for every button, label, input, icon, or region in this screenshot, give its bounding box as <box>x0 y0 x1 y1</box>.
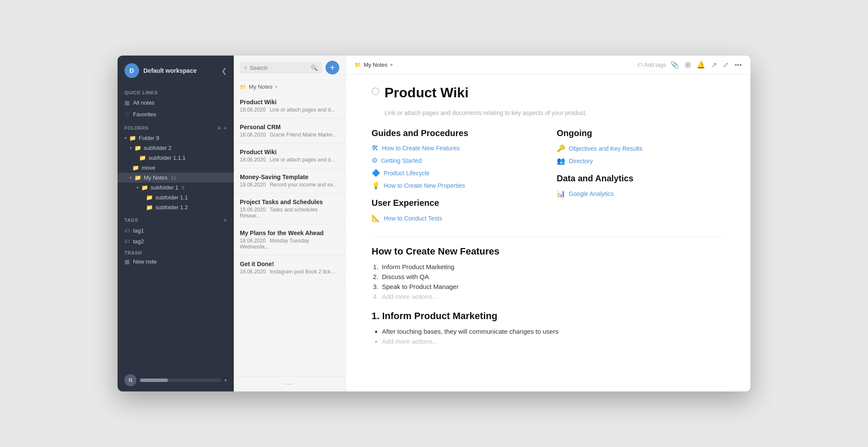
tag-area: 🏷 Add tags <box>637 62 666 68</box>
subfolder11-label: subfolder 1.1 <box>155 194 188 201</box>
note-date: 18.06.2020 <box>240 182 266 188</box>
new-note-label: New note <box>133 258 157 265</box>
more-icon[interactable]: ••• <box>735 61 742 69</box>
subfolder111-label: subfolder 1.1.1 <box>149 155 186 161</box>
note-item[interactable]: My Plans for the Week Ahead 18.06.2020 M… <box>234 224 345 255</box>
link-item-google-analytics[interactable]: 📊 Google Analytics <box>557 189 725 198</box>
subfolder12-label: subfolder 1.2 <box>155 204 188 211</box>
tree-item-subfolder1[interactable]: ▾ 📁 subfolder 1 5 <box>118 183 234 192</box>
tree-item-move[interactable]: 📁 move <box>118 163 234 173</box>
note-status-circle[interactable] <box>372 87 379 95</box>
tree-item-folder9[interactable]: ▾ 📁 Folder 9 <box>118 133 234 143</box>
note-main-title: Product Wiki <box>384 85 468 101</box>
tree-item-subfolder12[interactable]: 📁 subfolder 1.2 <box>118 202 234 212</box>
tree-item-subfolder11[interactable]: 📁 subfolder 1.1 <box>118 192 234 202</box>
folders-label: Folders <box>124 125 217 130</box>
all-notes-label: All notes <box>133 99 155 106</box>
grid-icon[interactable]: ⊞ <box>685 61 691 69</box>
notes-more-button[interactable]: ··· <box>285 380 294 388</box>
sidebar-item-all-notes[interactable]: ▦ All notes <box>118 97 234 109</box>
note-subtitle: Link or attach pages and documents relat… <box>384 109 725 116</box>
folder-breadcrumb-chevron[interactable]: ▾ <box>275 84 277 89</box>
note-item[interactable]: Money-Saving Template 18.06.2020 Record … <box>234 168 345 193</box>
tree-item-subfolder111[interactable]: 📁 subfolder 1.1.1 <box>118 153 234 163</box>
getting-started-emoji: ⚙ <box>372 156 378 165</box>
note-item[interactable]: Product Wiki 18.06.2020 Link or attach p… <box>234 143 345 168</box>
main-breadcrumb: 📁 My Notes ▾ <box>354 62 633 68</box>
properties-emoji: 💡 <box>372 181 380 189</box>
folder-icon: 📁 <box>141 184 148 191</box>
list-item[interactable]: Add more actions... <box>380 293 725 300</box>
bell-icon[interactable]: 🔔 <box>697 61 705 69</box>
note-item[interactable]: Product Wiki 18.06.2020 Link or attach p… <box>234 93 345 118</box>
bullet-item[interactable]: Add more actions... <box>382 338 725 345</box>
add-note-button[interactable]: + <box>326 61 339 74</box>
features-list: Inform Product Marketing Discuss with QA… <box>380 263 725 300</box>
add-tags-label[interactable]: Add tags <box>644 62 666 68</box>
note-meta: 18.06.2020 Instagram post Book 2 tick... <box>240 269 339 275</box>
features-link-label: How to Create New Features <box>382 145 460 152</box>
mynotes-label: My Notes <box>144 174 167 181</box>
tag-icon: 🏷 <box>124 228 130 234</box>
tag-item-tag2[interactable]: 🏷 tag2 <box>118 236 234 247</box>
note-item[interactable]: Project Tasks and Schedules 18.06.2020 T… <box>234 193 345 224</box>
note-meta: 18.06.2020 Link or attach pages and d... <box>240 107 339 113</box>
tree-item-mynotes[interactable]: ▾ 📁 My Notes 11 <box>118 173 234 183</box>
data-analytics-heading: Data and Analytics <box>557 174 725 183</box>
main-toolbar: 📁 My Notes ▾ 🏷 Add tags 📎 ⊞ 🔔 ↗ ⤢ ••• <box>346 56 750 74</box>
note-title: Get it Done! <box>240 261 339 267</box>
favorites-icon: ♡ <box>124 111 130 118</box>
properties-link-label: How to Create New Properties <box>384 182 465 189</box>
tree-item-subfolder2[interactable]: ▾ 📁 subfolder 2 <box>118 143 234 153</box>
features-emoji: 🛠 <box>372 144 378 152</box>
sidebar-item-favorites[interactable]: ♡ Favorites <box>118 109 234 120</box>
link-item-okr[interactable]: 🔑 Objectives and Key Results <box>557 144 725 152</box>
folder-icon: 📁 <box>132 165 139 171</box>
collapse-button[interactable]: ❮ <box>221 67 227 75</box>
search-input[interactable] <box>250 65 308 71</box>
folders-actions: ≡ + <box>217 124 227 131</box>
note-title: Product Wiki <box>240 149 339 155</box>
link-item-product-lifecycle[interactable]: 🔷 Product Lifecycle <box>372 169 539 177</box>
breadcrumb-chevron[interactable]: ▾ <box>390 62 393 68</box>
note-meta: 18.06.2020 Record your income and ex... <box>240 182 339 188</box>
link-item-getting-started[interactable]: ⚙ Getting Started <box>372 156 539 165</box>
tag-item-tag1[interactable]: 🏷 tag1 <box>118 225 234 236</box>
link-item-new-properties[interactable]: 💡 How to Create New Properties <box>372 181 539 189</box>
directory-link-label: Directory <box>569 158 593 165</box>
search-filter-icon[interactable]: ≡ <box>244 65 247 71</box>
note-meta: 18.06.2020 Link or attach pages and d... <box>240 157 339 163</box>
folders-add-button[interactable]: + <box>223 124 227 131</box>
new-note-item[interactable]: ▦ New note <box>118 256 234 267</box>
search-icon[interactable]: 🔍 <box>311 65 318 71</box>
link-item-directory[interactable]: 👥 Directory <box>557 157 725 165</box>
note-item[interactable]: Get it Done! 18.06.2020 Instagram post B… <box>234 255 345 280</box>
note-preview: Record your income and ex... <box>270 182 337 188</box>
folders-sort-button[interactable]: ≡ <box>217 124 221 131</box>
expand-icon[interactable]: ⤢ <box>723 61 728 69</box>
tags-add-button[interactable]: + <box>223 217 227 224</box>
subfolder1-badge: 5 <box>182 185 184 190</box>
note-item[interactable]: Personal CRM 18.06.2020 Gracie Friend Ma… <box>234 118 345 143</box>
guides-heading: Guides and Procedures <box>372 128 539 138</box>
analytics-link-label: Google Analytics <box>569 190 614 197</box>
inform-bullets: After touching bases, they will communic… <box>382 328 725 345</box>
link-item-conduct-tests[interactable]: 📐 How to Conduct Tests <box>372 214 539 222</box>
new-note-icon: ▦ <box>124 258 130 265</box>
note-date: 18.06.2020 <box>240 238 266 244</box>
footer-dropdown-icon[interactable]: ▾ <box>224 378 227 383</box>
workspace-name: Default workspace <box>143 67 217 74</box>
workspace-avatar: D <box>124 63 139 78</box>
tag1-label: tag1 <box>133 227 144 234</box>
all-notes-icon: ▦ <box>124 99 130 106</box>
note-title: Personal CRM <box>240 124 339 130</box>
share-icon[interactable]: ↗ <box>711 61 717 69</box>
note-date: 18.06.2020 <box>240 157 266 163</box>
link-item-features[interactable]: 🛠 How to Create New Features <box>372 144 539 152</box>
chevron-icon: ▾ <box>130 175 132 180</box>
storage-bar <box>140 379 221 382</box>
tests-emoji: 📐 <box>372 214 380 222</box>
breadcrumb-folder-icon: 📁 <box>354 62 361 68</box>
attach-icon[interactable]: 📎 <box>670 61 679 69</box>
main-content: 📁 My Notes ▾ 🏷 Add tags 📎 ⊞ 🔔 ↗ ⤢ ••• Pr… <box>346 56 750 391</box>
